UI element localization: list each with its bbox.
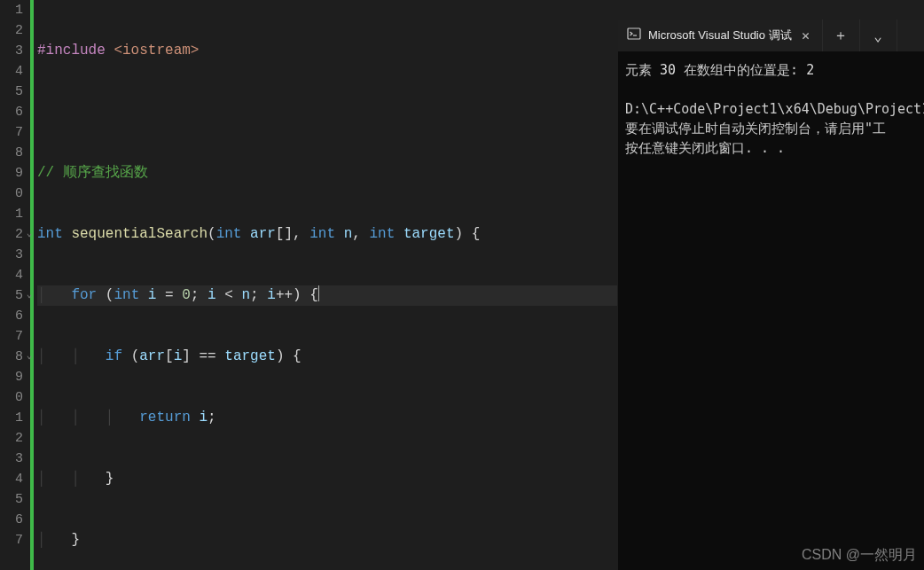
console-tabbar: Microsoft Visual Studio 调试 ✕ ＋ ⌄ [618, 20, 924, 51]
console-tab[interactable]: Microsoft Visual Studio 调试 ✕ [618, 20, 823, 51]
console-tab-title: Microsoft Visual Studio 调试 [648, 27, 792, 43]
terminal-icon [627, 27, 641, 44]
fold-chevron-icon[interactable]: ⌄ [25, 351, 34, 360]
text-cursor [318, 285, 319, 301]
debug-console-window: Microsoft Visual Studio 调试 ✕ ＋ ⌄ 元素 30 在… [618, 20, 924, 570]
code-content[interactable]: #include <iostream> // 顺序查找函数 ⌄int seque… [37, 0, 617, 570]
watermark: CSDN @一然明月 [802, 546, 917, 565]
fold-chevron-icon[interactable]: ⌄ [25, 290, 34, 299]
line-number-gutter: 123456789012345678901234567 [0, 0, 28, 570]
change-indicator-bar [30, 0, 34, 570]
tab-dropdown-button[interactable]: ⌄ [860, 20, 897, 51]
fold-chevron-icon[interactable]: ⌄ [25, 229, 34, 238]
comment: // 顺序查找函数 [37, 165, 148, 181]
function-name: sequentialSearch [71, 226, 208, 242]
code-editor[interactable]: 123456789012345678901234567 #include <io… [0, 0, 617, 570]
preproc-directive: #include [37, 43, 106, 59]
svg-rect-0 [628, 28, 640, 39]
console-output: 元素 30 在数组中的位置是: 2 D:\C++Code\Project1\x6… [618, 51, 924, 167]
new-tab-button[interactable]: ＋ [823, 20, 860, 51]
close-icon[interactable]: ✕ [799, 27, 813, 43]
